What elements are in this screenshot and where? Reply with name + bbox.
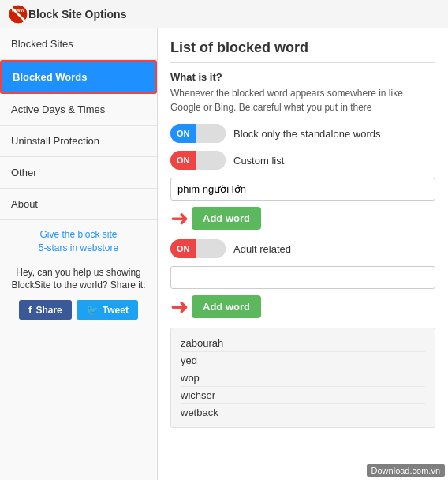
- adult-word-input[interactable]: [170, 266, 435, 289]
- standalone-words-toggle-row: ON Block only the standalone words: [170, 124, 435, 143]
- list-item: wetback: [181, 404, 425, 421]
- standalone-words-toggle[interactable]: ON: [170, 124, 226, 143]
- sidebar-share-text: Hey, can you help us showing BlockSite t…: [0, 263, 157, 296]
- toggle1-on-label: ON: [170, 124, 196, 143]
- add-word-row2: ➜ Add word: [170, 294, 435, 320]
- sidebar-promo: Give the block site 5-stars in webstore: [0, 220, 157, 263]
- twitter-icon: 🐦: [86, 304, 99, 316]
- page-title: List of blocked word: [170, 39, 435, 63]
- list-item: zabourah: [181, 335, 425, 352]
- content-area: List of blocked word What is it? Wheneve…: [158, 28, 448, 480]
- add-word-button-1[interactable]: Add word: [192, 207, 261, 230]
- arrow-icon-2: ➜: [170, 294, 189, 320]
- add-word-button-2[interactable]: Add word: [192, 295, 261, 318]
- toggle2-on-label: ON: [170, 151, 196, 170]
- list-item: wichser: [181, 387, 425, 404]
- block-site-logo-icon: www: [8, 4, 28, 24]
- toggle3-on-label: ON: [170, 239, 196, 258]
- arrow-icon: ➜: [170, 205, 189, 231]
- sidebar-item-uninstall[interactable]: Uninstall Protection: [0, 126, 157, 157]
- toggle3-off-part: [196, 239, 226, 258]
- what-is-it-label: What is it?: [170, 71, 435, 83]
- header: www Block Site Options: [0, 0, 448, 28]
- custom-list-label: Custom list: [233, 155, 284, 167]
- main-layout: Blocked Sites Blocked Words Active Days …: [0, 28, 448, 480]
- twitter-share-button[interactable]: 🐦 Tweet: [77, 300, 138, 320]
- share-buttons-container: f Share 🐦 Tweet: [0, 295, 157, 324]
- sidebar-item-about[interactable]: About: [0, 189, 157, 220]
- sidebar: Blocked Sites Blocked Words Active Days …: [0, 28, 158, 480]
- adult-related-toggle[interactable]: ON: [170, 239, 226, 258]
- facebook-share-button[interactable]: f Share: [19, 300, 72, 320]
- standalone-words-label: Block only the standalone words: [233, 128, 380, 140]
- adult-related-toggle-row: ON Adult related: [170, 239, 435, 258]
- adult-related-label: Adult related: [233, 243, 291, 255]
- sidebar-item-blocked-sites[interactable]: Blocked Sites: [0, 28, 157, 60]
- custom-list-toggle-row: ON Custom list: [170, 151, 435, 170]
- description-text: Whenever the blocked word appears somewh…: [170, 86, 435, 114]
- custom-list-toggle[interactable]: ON: [170, 151, 226, 170]
- toggle2-off-part: [196, 151, 226, 170]
- list-item: wop: [181, 369, 425, 387]
- sidebar-item-other[interactable]: Other: [0, 157, 157, 189]
- sidebar-item-active-days[interactable]: Active Days & Times: [0, 94, 157, 126]
- add-word-row1: ➜ Add word: [170, 205, 435, 231]
- adult-word-input-area: ➜ Add word: [170, 266, 435, 320]
- watermark: Download.com.vn: [367, 464, 445, 477]
- facebook-icon: f: [28, 304, 32, 316]
- sidebar-item-blocked-words[interactable]: Blocked Words: [0, 60, 157, 94]
- header-title: Block Site Options: [28, 8, 126, 21]
- list-item: yed: [181, 352, 425, 369]
- toggle1-off-part: [196, 124, 226, 143]
- custom-word-input[interactable]: [170, 178, 435, 201]
- custom-word-input-area: ➜ Add word: [170, 178, 435, 231]
- word-list: zabourah yed wop wichser wetback: [170, 328, 435, 428]
